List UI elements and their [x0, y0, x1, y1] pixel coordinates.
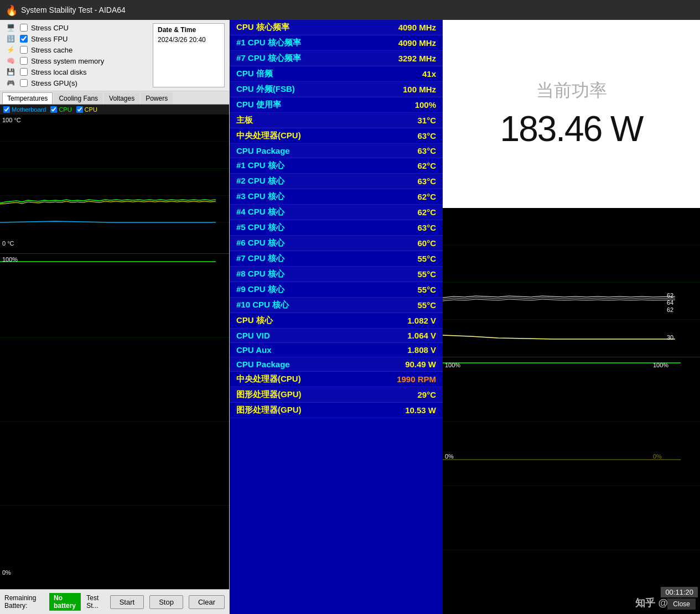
y-axis-top: 100 °C: [2, 117, 21, 123]
info-label-18: #10 CPU 核心: [236, 300, 289, 310]
info-value-5: 100%: [415, 100, 436, 110]
stress-cache-checkbox[interactable]: [20, 46, 28, 54]
info-row-22: CPU Package90.49 W: [230, 357, 443, 372]
stress-cpu-row[interactable]: 🖥️ Stress CPU: [4, 23, 148, 32]
stress-disks-label: Stress local disks: [31, 68, 86, 76]
app-icon: 🔥: [6, 4, 17, 15]
tab-cooling-fans[interactable]: Cooling Fans: [54, 92, 103, 104]
info-label-4: CPU 外频(FSB): [236, 84, 295, 95]
info-row-7: 中央处理器(CPU)63°C: [230, 128, 443, 144]
info-row-4: CPU 外频(FSB)100 MHz: [230, 82, 443, 97]
stress-cpu-checkbox[interactable]: [20, 24, 28, 32]
temperature-chart: Motherboard CPU CPU 100 °C 0 °C: [0, 105, 229, 254]
stress-disks-row[interactable]: 💾 Stress local disks: [4, 67, 148, 76]
svg-text:62: 62: [667, 292, 673, 299]
temperature-svg: [0, 115, 229, 249]
stress-options: 🖥️ Stress CPU 🔢 Stress FPU ⚡ Stress cach…: [4, 23, 148, 87]
stress-fpu-checkbox[interactable]: [20, 35, 28, 43]
info-value-17: 55°C: [417, 285, 436, 294]
info-value-20: 1.064 V: [407, 331, 436, 340]
info-row-6: 主板31°C: [230, 113, 443, 128]
stop-button[interactable]: Stop: [149, 595, 183, 609]
info-row-14: #6 CPU 核心60°C: [230, 236, 443, 251]
datetime-value: 2024/3/26 20:40: [158, 36, 220, 44]
y-axis2-bottom: 0%: [2, 569, 11, 576]
datetime-box: Date & Time 2024/3/26 20:40: [153, 23, 225, 87]
info-value-8: 63°C: [417, 146, 436, 155]
info-row-13: #5 CPU 核心63°C: [230, 220, 443, 236]
clear-button[interactable]: Clear: [189, 595, 225, 609]
cpu-icon: 🖥️: [4, 23, 17, 32]
svg-text:0%: 0%: [653, 453, 662, 460]
info-value-6: 31°C: [417, 116, 436, 125]
svg-text:62: 62: [667, 306, 673, 313]
info-label-17: #9 CPU 核心: [236, 284, 284, 295]
info-label-8: CPU Package: [236, 146, 290, 155]
title-text: System Stability Test - AIDA64: [21, 6, 126, 14]
svg-text:100%: 100%: [445, 362, 460, 368]
info-row-25: 图形处理器(GPU)10.53 W: [230, 403, 443, 418]
legend-cpu2[interactable]: CPU: [76, 106, 97, 113]
info-row-23: 中央处理器(CPU)1990 RPM: [230, 372, 443, 387]
info-value-21: 1.808 V: [407, 345, 436, 355]
stress-gpu-checkbox[interactable]: [20, 79, 28, 87]
stress-cache-row[interactable]: ⚡ Stress cache: [4, 45, 148, 54]
info-value-16: 55°C: [417, 269, 436, 279]
stress-fpu-row[interactable]: 🔢 Stress FPU: [4, 34, 148, 43]
info-value-24: 29°C: [417, 390, 436, 399]
disk-icon: 💾: [4, 67, 17, 76]
info-label-11: #3 CPU 核心: [236, 191, 284, 202]
svg-text:30: 30: [667, 334, 673, 341]
info-value-13: 63°C: [417, 223, 436, 232]
title-bar: 🔥 System Stability Test - AIDA64: [0, 0, 700, 20]
info-row-10: #2 CPU 核心63°C: [230, 174, 443, 189]
gpu-icon: 🎮: [4, 79, 17, 87]
start-button[interactable]: Start: [110, 595, 144, 609]
bottom-bar: Remaining Battery: No battery Test St...…: [0, 589, 229, 614]
power-display: 当前功率 183.46 W: [443, 20, 700, 208]
info-value-18: 55°C: [417, 300, 436, 310]
right-chart-bottom: 100% 0% 100% 0% 00:11:20 知乎 @pj247 Close: [443, 357, 700, 614]
info-value-14: 60°C: [417, 238, 436, 248]
tab-voltages[interactable]: Voltages: [104, 92, 139, 104]
info-row-0: CPU 核心频率4090 MHz: [230, 20, 443, 35]
legend-cpu1[interactable]: CPU: [50, 106, 71, 113]
info-label-0: CPU 核心频率: [236, 22, 289, 33]
info-label-22: CPU Package: [236, 360, 290, 369]
info-row-21: CPU Aux1.808 V: [230, 343, 443, 357]
usage-svg: [0, 254, 229, 589]
info-row-1: #1 CPU 核心频率4090 MHz: [230, 35, 443, 51]
stress-fpu-label: Stress FPU: [31, 35, 68, 43]
stress-memory-row[interactable]: 🧠 Stress system memory: [4, 56, 148, 65]
info-label-5: CPU 使用率: [236, 100, 281, 110]
close-button[interactable]: Close: [667, 599, 696, 610]
stress-cpu-label: Stress CPU: [31, 24, 69, 32]
main-content: 🖥️ Stress CPU 🔢 Stress FPU ⚡ Stress cach…: [0, 20, 700, 614]
info-row-18: #10 CPU 核心55°C: [230, 298, 443, 313]
info-value-4: 100 MHz: [403, 85, 436, 94]
right-usage-svg: 100% 0% 100% 0%: [443, 357, 700, 614]
info-row-19: CPU 核心1.082 V: [230, 313, 443, 329]
legend-motherboard[interactable]: Motherboard: [3, 106, 46, 113]
stress-gpu-row[interactable]: 🎮 Stress GPU(s): [4, 79, 148, 87]
cpu-usage-chart: 100% 0%: [0, 254, 229, 589]
tab-temperatures[interactable]: Temperatures: [2, 92, 53, 104]
info-row-11: #3 CPU 核心62°C: [230, 189, 443, 205]
memory-icon: 🧠: [4, 56, 17, 65]
info-value-25: 10.53 W: [405, 405, 436, 415]
info-label-13: #5 CPU 核心: [236, 222, 284, 233]
info-value-15: 55°C: [417, 254, 436, 263]
info-value-3: 41x: [422, 69, 436, 79]
info-row-17: #9 CPU 核心55°C: [230, 282, 443, 298]
power-value: 183.46 W: [500, 108, 643, 149]
stress-memory-checkbox[interactable]: [20, 57, 28, 65]
stress-disks-checkbox[interactable]: [20, 68, 28, 76]
info-row-3: CPU 倍频41x: [230, 66, 443, 82]
stress-gpu-label: Stress GPU(s): [31, 79, 77, 87]
info-label-16: #8 CPU 核心: [236, 269, 284, 279]
tab-powers[interactable]: Powers: [141, 92, 173, 104]
info-label-20: CPU VID: [236, 331, 270, 340]
info-row-16: #8 CPU 核心55°C: [230, 267, 443, 282]
right-chart-top: 62 64 62 30: [443, 208, 700, 357]
power-label: 当前功率: [536, 79, 607, 103]
